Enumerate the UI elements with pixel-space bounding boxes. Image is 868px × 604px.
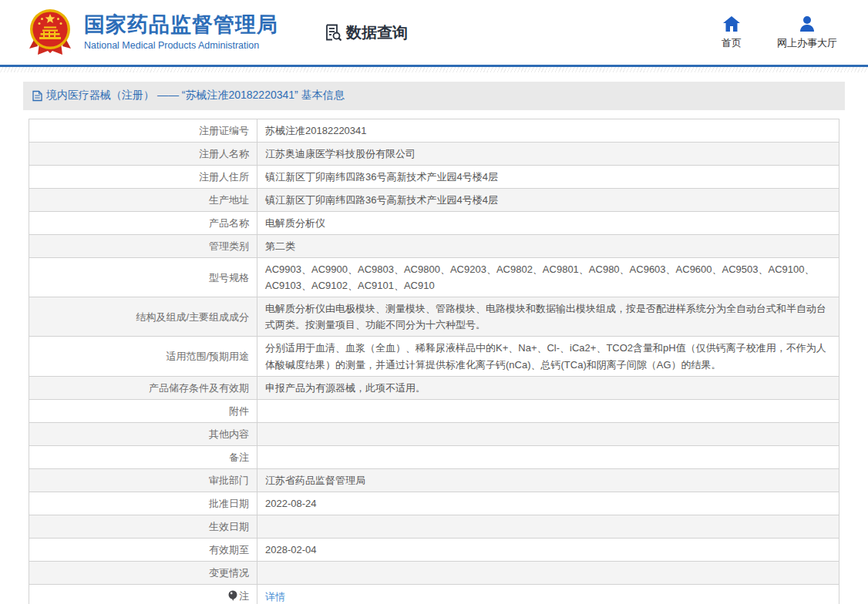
table-row: 产品储存条件及有效期申报产品为有源器械，此项不适用。	[29, 376, 839, 399]
document-icon	[32, 90, 42, 102]
field-value: 详情	[257, 584, 839, 604]
table-row: 注册人名称江苏奥迪康医学科技股份有限公司	[29, 143, 839, 166]
table-row: 附件	[29, 399, 839, 422]
field-label: 注册人名称	[29, 143, 257, 166]
field-value: 电解质分析仪由电极模块、测量模块、管路模块、电路模块和数据输出模块组成，按是否配…	[257, 297, 839, 337]
field-value: 分别适用于血清、血浆（全血）、稀释尿液样品中的K+、Na+、Cl-、iCa2+、…	[257, 337, 839, 376]
note-balloon-icon	[228, 589, 237, 604]
field-label: 型号规格	[29, 258, 257, 297]
table-row: 审批部门江苏省药品监督管理局	[29, 468, 839, 492]
china-national-emblem-icon	[28, 8, 72, 57]
person-icon	[798, 15, 816, 32]
main-content: 境内医疗器械（注册） —— “苏械注准20182220341” 基本信息 注册证…	[23, 82, 845, 604]
brand[interactable]: 国家药品监督管理局 National Medical Products Admi…	[28, 8, 278, 57]
field-label: 管理类别	[29, 235, 257, 258]
field-value: 江苏省药品监督管理局	[257, 468, 839, 492]
field-label: 注册证编号	[29, 119, 257, 143]
field-value	[257, 515, 839, 538]
field-value: 电解质分析仪	[257, 212, 839, 235]
nav-item-label: 首页	[722, 36, 742, 50]
field-value	[257, 561, 839, 584]
field-label: 产品储存条件及有效期	[29, 376, 257, 399]
field-value: AC9903、AC9900、AC9803、AC9800、AC9203、AC980…	[257, 258, 839, 297]
table-row: 其他内容	[29, 422, 839, 445]
table-row: 变更情况	[29, 561, 839, 584]
table-row: 结构及组成/主要组成成分电解质分析仪由电极模块、测量模块、管路模块、电路模块和数…	[29, 297, 839, 337]
table-row: 注详情	[29, 584, 839, 604]
table-row: 注册人住所镇江新区丁卯南纬四路36号高新技术产业园4号楼4层	[29, 166, 839, 189]
field-value	[257, 422, 839, 445]
nav-item-label: 网上办事大厅	[777, 36, 837, 50]
page-title: 境内医疗器械（注册） —— “苏械注准20182220341” 基本信息	[46, 89, 345, 102]
registration-info-table: 注册证编号苏械注准20182220341注册人名称江苏奥迪康医学科技股份有限公司…	[29, 119, 839, 604]
table-row: 备注	[29, 445, 839, 468]
field-value	[257, 399, 839, 422]
section-data-query[interactable]: 数据查询	[323, 22, 408, 43]
field-label: 其他内容	[29, 422, 257, 445]
brand-text: 国家药品监督管理局 National Medical Products Admi…	[84, 14, 278, 51]
field-value: 2028-02-04	[257, 538, 839, 561]
field-label: 注	[29, 584, 257, 604]
info-table-body: 注册证编号苏械注准20182220341注册人名称江苏奥迪康医学科技股份有限公司…	[29, 119, 839, 604]
header-nav: 首页 网上办事大厅	[722, 15, 837, 50]
table-row: 型号规格AC9903、AC9900、AC9803、AC9800、AC9203、A…	[29, 258, 839, 297]
field-label: 备注	[29, 445, 257, 468]
field-label: 生效日期	[29, 515, 257, 538]
field-label: 有效期至	[29, 538, 257, 561]
field-label: 审批部门	[29, 468, 257, 492]
section-label: 数据查询	[346, 22, 408, 43]
field-label: 附件	[29, 399, 257, 422]
field-value: 镇江新区丁卯南纬四路36号高新技术产业园4号楼4层	[257, 166, 839, 189]
field-value: 2022-08-24	[257, 492, 839, 515]
table-row: 产品名称电解质分析仪	[29, 212, 839, 235]
field-label: 适用范围/预期用途	[29, 337, 257, 376]
detail-link[interactable]: 详情	[265, 591, 285, 602]
nav-item-service-hall[interactable]: 网上办事大厅	[777, 15, 837, 50]
page-title-bar: 境内医疗器械（注册） —— “苏械注准20182220341” 基本信息	[23, 82, 845, 110]
field-value: 镇江新区丁卯南纬四路36号高新技术产业园4号楼4层	[257, 189, 839, 212]
table-row: 有效期至2028-02-04	[29, 538, 839, 561]
table-row: 生效日期	[29, 515, 839, 538]
brand-title-cn: 国家药品监督管理局	[84, 14, 278, 37]
field-value: 第二类	[257, 235, 839, 258]
field-label: 变更情况	[29, 561, 257, 584]
table-row: 适用范围/预期用途分别适用于血清、血浆（全血）、稀释尿液样品中的K+、Na+、C…	[29, 337, 839, 376]
document-search-icon	[323, 22, 343, 42]
brand-subtitle-en: National Medical Products Administration	[84, 40, 278, 51]
field-label: 结构及组成/主要组成成分	[29, 297, 257, 337]
table-row: 管理类别第二类	[29, 235, 839, 258]
field-label: 产品名称	[29, 212, 257, 235]
field-value	[257, 445, 839, 468]
field-value: 江苏奥迪康医学科技股份有限公司	[257, 143, 839, 166]
field-label: 批准日期	[29, 492, 257, 515]
home-icon	[722, 15, 741, 32]
table-row: 生产地址镇江新区丁卯南纬四路36号高新技术产业园4号楼4层	[29, 189, 839, 212]
field-label: 注册人住所	[29, 166, 257, 189]
field-value: 苏械注准20182220341	[257, 119, 839, 143]
field-label: 生产地址	[29, 189, 257, 212]
table-row: 注册证编号苏械注准20182220341	[29, 119, 839, 143]
hatch-divider	[0, 67, 868, 72]
nav-item-home[interactable]: 首页	[722, 15, 742, 50]
field-value: 申报产品为有源器械，此项不适用。	[257, 376, 839, 399]
site-header: 国家药品监督管理局 National Medical Products Admi…	[0, 0, 868, 67]
table-row: 批准日期2022-08-24	[29, 492, 839, 515]
